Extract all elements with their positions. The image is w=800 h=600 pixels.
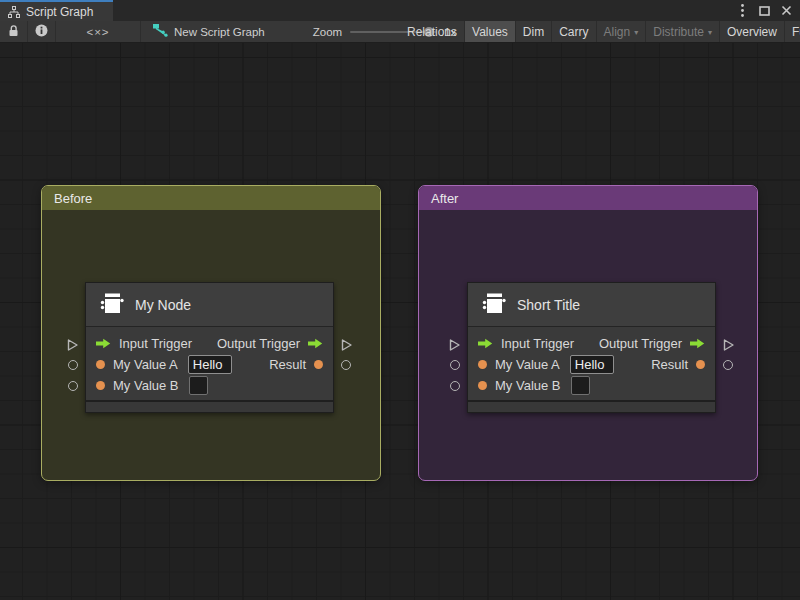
external-value-a-port[interactable] <box>450 360 460 370</box>
kebab-menu-icon[interactable] <box>734 3 750 19</box>
chevron-down-icon: ▾ <box>634 29 638 37</box>
group-before-header[interactable]: Before <box>42 186 380 210</box>
port-row-value-a: My Value A Result <box>86 354 333 375</box>
external-value-a-port[interactable] <box>68 360 78 370</box>
node-my-node[interactable]: My Node Input Trigger Output Trigger <box>85 282 334 413</box>
value-b-port-icon[interactable] <box>478 381 487 390</box>
node-my-node-body: Input Trigger Output Trigger My Value A <box>86 327 333 400</box>
close-icon[interactable] <box>778 3 794 19</box>
graph-toolbar: <×> New Script Graph Zoom 1x Relation <box>0 21 800 43</box>
chevron-down-icon: ▾ <box>708 29 712 37</box>
value-a-label: My Value A <box>495 357 560 372</box>
unit-icon <box>480 290 507 320</box>
zoom-label: Zoom <box>313 26 342 38</box>
node-footer <box>86 400 333 412</box>
overview-label: Overview <box>727 25 777 39</box>
external-input-trigger-port[interactable] <box>448 338 461 352</box>
distribute-label: Distribute <box>653 25 704 39</box>
group-before-title: Before <box>54 191 92 206</box>
result-port-icon[interactable] <box>314 360 323 369</box>
relations-button[interactable]: Relations <box>400 21 465 43</box>
output-trigger-port-icon[interactable] <box>690 338 705 349</box>
output-trigger-port-icon[interactable] <box>308 338 323 349</box>
external-output-trigger-port[interactable] <box>340 338 353 352</box>
value-a-port-icon[interactable] <box>96 360 105 369</box>
full-screen-button[interactable]: Full Screen <box>785 21 800 43</box>
distribute-button[interactable]: Distribute ▾ <box>646 21 720 43</box>
input-trigger-port-icon[interactable] <box>96 338 111 349</box>
value-a-input[interactable] <box>570 355 614 374</box>
toolbar-right-buttons: Relations Values Dim Carry Align ▾ Distr… <box>400 21 800 43</box>
value-b-label: My Value B <box>495 378 561 393</box>
value-a-input[interactable] <box>188 355 232 374</box>
port-row-triggers: Input Trigger Output Trigger <box>86 333 333 354</box>
node-short-title-body: Input Trigger Output Trigger My Value A <box>468 327 715 400</box>
window-controls <box>734 0 800 21</box>
external-input-trigger-port[interactable] <box>66 338 79 352</box>
node-title: My Node <box>135 297 191 313</box>
carry-label: Carry <box>559 25 588 39</box>
value-b-input[interactable] <box>571 376 590 395</box>
value-a-label: My Value A <box>113 357 178 372</box>
result-label: Result <box>651 357 688 372</box>
relations-label: Relations <box>407 25 457 39</box>
value-b-port-icon[interactable] <box>96 381 105 390</box>
tab-script-graph[interactable]: Script Graph <box>0 0 113 21</box>
result-port-icon[interactable] <box>696 360 705 369</box>
values-button[interactable]: Values <box>465 21 516 43</box>
port-row-value-b: My Value B <box>86 375 333 396</box>
node-footer <box>468 400 715 412</box>
graph-canvas[interactable]: Before After My Nod <box>0 43 800 600</box>
port-row-value-b: My Value B <box>468 375 715 396</box>
info-icon <box>35 24 48 39</box>
graph-name-label: New Script Graph <box>174 26 265 38</box>
input-trigger-label: Input Trigger <box>501 336 574 351</box>
external-result-port[interactable] <box>341 360 351 370</box>
dim-button[interactable]: Dim <box>516 21 552 43</box>
carry-button[interactable]: Carry <box>552 21 596 43</box>
full-screen-label: Full Screen <box>792 25 800 39</box>
node-short-title-header[interactable]: Short Title <box>468 283 715 327</box>
value-b-input[interactable] <box>189 376 208 395</box>
info-button[interactable] <box>28 21 56 42</box>
external-result-port[interactable] <box>723 360 733 370</box>
external-output-trigger-port[interactable] <box>722 338 735 352</box>
port-row-triggers: Input Trigger Output Trigger <box>468 333 715 354</box>
value-b-label: My Value B <box>113 378 179 393</box>
unit-icon <box>98 290 125 320</box>
result-label: Result <box>269 357 306 372</box>
external-value-b-port[interactable] <box>450 381 460 391</box>
lock-button[interactable] <box>0 21 28 42</box>
overview-button[interactable]: Overview <box>720 21 785 43</box>
group-after-title: After <box>431 191 458 206</box>
group-after-header[interactable]: After <box>419 186 757 210</box>
node-title: Short Title <box>517 297 580 313</box>
output-trigger-label: Output Trigger <box>599 336 682 351</box>
tab-label: Script Graph <box>26 5 93 19</box>
graph-hierarchy-icon <box>8 6 20 18</box>
values-label: Values <box>472 25 508 39</box>
node-my-node-header[interactable]: My Node <box>86 283 333 327</box>
script-graph-asset-icon <box>153 24 168 39</box>
titlebar: Script Graph <box>0 0 800 21</box>
value-a-port-icon[interactable] <box>478 360 487 369</box>
input-trigger-port-icon[interactable] <box>478 338 493 349</box>
code-view-button[interactable]: <×> <box>56 21 141 42</box>
code-view-label: <×> <box>86 26 109 38</box>
maximize-icon[interactable] <box>756 3 772 19</box>
node-short-title[interactable]: Short Title Input Trigger Output Trigger <box>467 282 716 413</box>
script-graph-window: Script Graph <×> <box>0 0 800 600</box>
external-value-b-port[interactable] <box>68 381 78 391</box>
lock-icon <box>7 24 20 39</box>
output-trigger-label: Output Trigger <box>217 336 300 351</box>
align-button[interactable]: Align ▾ <box>597 21 647 43</box>
align-label: Align <box>604 25 631 39</box>
dim-label: Dim <box>523 25 544 39</box>
graph-name: New Script Graph <box>141 21 277 42</box>
port-row-value-a: My Value A Result <box>468 354 715 375</box>
input-trigger-label: Input Trigger <box>119 336 192 351</box>
